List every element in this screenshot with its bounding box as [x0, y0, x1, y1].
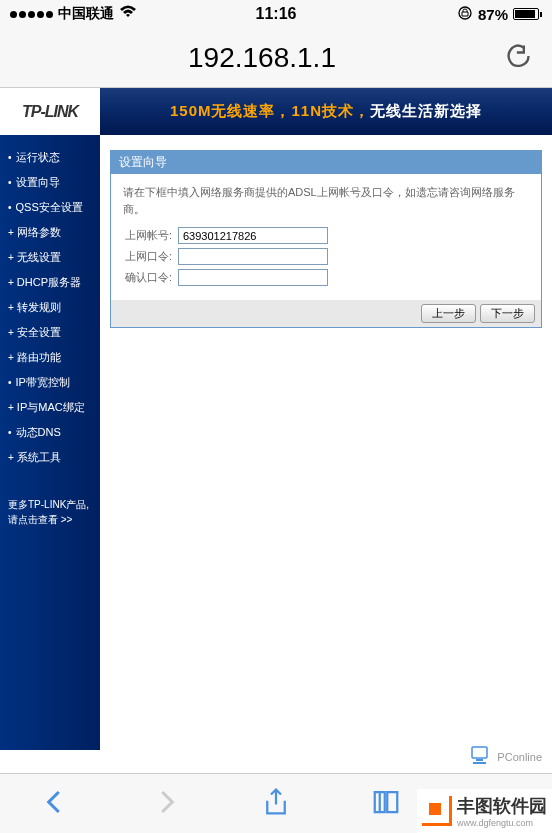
instruction-text: 请在下框中填入网络服务商提供的ADSL上网帐号及口令，如遗忘请咨询网络服务商。 [123, 184, 529, 217]
password-input[interactable] [178, 248, 328, 265]
sidebar-promo[interactable]: 更多TP-LINK产品, 请点击查看 >> [0, 485, 100, 539]
refresh-icon[interactable] [504, 42, 532, 74]
password-label: 上网口令: [123, 249, 178, 264]
svg-rect-2 [476, 759, 483, 761]
slogan-tech: 11N技术， [292, 102, 371, 119]
account-input[interactable] [178, 227, 328, 244]
account-label: 上网帐号: [123, 228, 178, 243]
nav-wizard[interactable]: 设置向导 [0, 170, 100, 195]
nav-system[interactable]: 系统工具 [0, 445, 100, 470]
nav-ddns[interactable]: 动态DNS [0, 420, 100, 445]
svg-rect-1 [472, 747, 487, 758]
fengtu-logo-icon [422, 796, 452, 826]
nav-ipmac[interactable]: IP与MAC绑定 [0, 395, 100, 420]
nav-dhcp[interactable]: DHCP服务器 [0, 270, 100, 295]
router-admin-page: TP-LINK 150M无线速率，11N技术，无线生活新选择 运行状态 设置向导… [0, 88, 552, 750]
sidebar-nav: 运行状态 设置向导 QSS安全设置 网络参数 无线设置 DHCP服务器 转发规则… [0, 135, 100, 750]
status-bar: 中国联通 11:16 87% [0, 0, 552, 28]
wifi-icon [119, 5, 137, 23]
banner: TP-LINK 150M无线速率，11N技术，无线生活新选择 [0, 88, 552, 135]
signal-indicator [10, 11, 53, 18]
bookmarks-icon[interactable] [371, 787, 401, 821]
confirm-input[interactable] [178, 269, 328, 286]
brand-logo: TP-LINK [0, 88, 100, 135]
url-display: 192.168.1.1 [20, 42, 504, 74]
share-icon[interactable] [261, 787, 291, 821]
panel-title: 设置向导 [111, 151, 541, 174]
prev-button[interactable]: 上一步 [421, 304, 476, 323]
rotation-lock-icon [457, 5, 473, 24]
battery-icon [513, 8, 542, 20]
nav-qss[interactable]: QSS安全设置 [0, 195, 100, 220]
confirm-label: 确认口令: [123, 270, 178, 285]
slogan-speed: 150M无线速率， [170, 102, 292, 119]
nav-routing[interactable]: 路由功能 [0, 345, 100, 370]
main-content: 设置向导 请在下框中填入网络服务商提供的ADSL上网帐号及口令，如遗忘请咨询网络… [100, 135, 552, 750]
nav-network[interactable]: 网络参数 [0, 220, 100, 245]
watermark-pconline: PConline [467, 744, 542, 769]
nav-forwarding[interactable]: 转发规则 [0, 295, 100, 320]
clock: 11:16 [187, 5, 364, 23]
nav-bandwidth[interactable]: IP带宽控制 [0, 370, 100, 395]
slogan-life: 无线生活新选择 [370, 102, 482, 119]
battery-percent: 87% [478, 6, 508, 23]
back-icon[interactable] [40, 787, 70, 821]
next-button[interactable]: 下一步 [480, 304, 535, 323]
nav-wireless[interactable]: 无线设置 [0, 245, 100, 270]
nav-security[interactable]: 安全设置 [0, 320, 100, 345]
forward-icon[interactable] [151, 787, 181, 821]
watermark-fengtu: 丰图软件园 www.dgfengtu.com [417, 789, 552, 833]
nav-status[interactable]: 运行状态 [0, 145, 100, 170]
browser-address-bar[interactable]: 192.168.1.1 [0, 28, 552, 88]
carrier-label: 中国联通 [58, 5, 114, 23]
svg-rect-3 [473, 762, 486, 764]
